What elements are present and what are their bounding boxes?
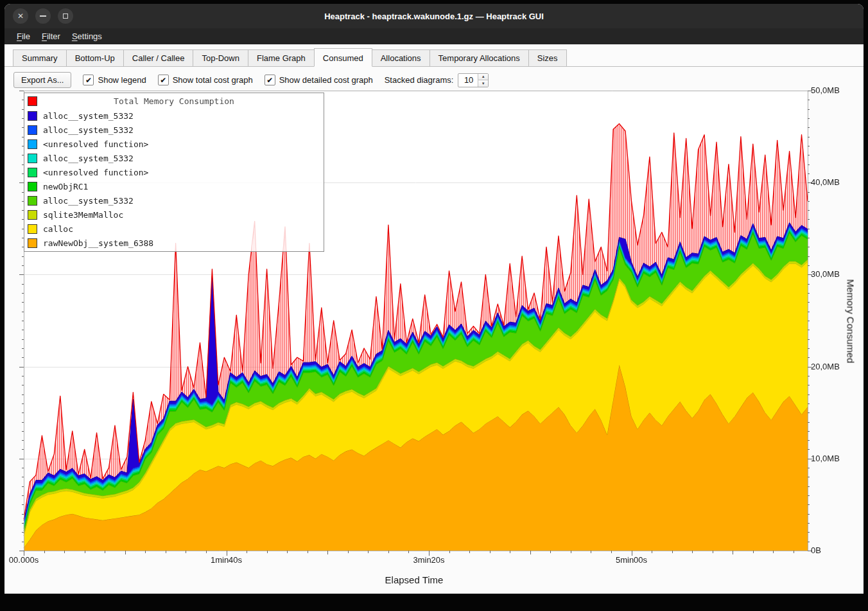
- legend-entry: alloc__system_5332: [24, 151, 324, 165]
- legend-label: alloc__system_5332: [43, 154, 134, 163]
- close-button[interactable]: ✕: [13, 8, 28, 24]
- y-axis-tick-label: 40,0MB: [811, 177, 840, 187]
- legend-entry: alloc__system_5332: [24, 193, 324, 208]
- tab-sizes[interactable]: Sizes: [528, 49, 567, 67]
- legend-entry: alloc__system_5332: [24, 123, 324, 137]
- legend-swatch: [28, 238, 37, 248]
- y-axis-tick-label: 50,0MB: [811, 85, 840, 95]
- spin-up-button[interactable]: ▲: [478, 74, 488, 80]
- legend-swatch: [28, 182, 37, 191]
- legend-title: Total Memory Consumption: [24, 96, 324, 106]
- legend-label: alloc__system_5332: [43, 125, 134, 135]
- legend-swatch: [28, 196, 37, 206]
- tab-temporary-allocations[interactable]: Temporary Allocations: [430, 49, 529, 67]
- menu-filter[interactable]: Filter: [36, 30, 66, 43]
- x-axis-tick-label: 1min40s: [211, 555, 242, 565]
- legend-label: rawNewObj__system_6388: [43, 238, 153, 248]
- menu-file[interactable]: File: [11, 30, 36, 43]
- legend-label: <unresolved function>: [43, 139, 148, 149]
- minimize-button[interactable]: [35, 8, 51, 24]
- x-axis-tick-label: 00.000s: [9, 555, 39, 565]
- legend-swatch: [28, 168, 37, 177]
- y-axis-tick-label: 30,0MB: [811, 269, 840, 279]
- legend-label: calloc: [43, 224, 73, 234]
- x-axis-tick-label: 5min00s: [616, 555, 647, 565]
- legend-swatch: [28, 224, 37, 234]
- tab-allocations[interactable]: Allocations: [372, 49, 430, 67]
- legend-entry: alloc__system_5332: [24, 109, 324, 123]
- tab-flame-graph[interactable]: Flame Graph: [248, 49, 315, 67]
- tab-top-down[interactable]: Top-Down: [193, 49, 248, 67]
- window-title: Heaptrack - heaptrack.wakunode.1.gz — He…: [324, 12, 544, 21]
- tab-bottom-up[interactable]: Bottom-Up: [66, 49, 124, 67]
- y-axis-tick-label: 0B: [811, 545, 821, 555]
- menu-bar: FileFilterSettings: [4, 28, 864, 44]
- legend-swatch: [28, 154, 37, 163]
- legend-entry: sqlite3MemMalloc: [24, 208, 324, 222]
- legend-swatch: [28, 210, 37, 220]
- legend-entry: <unresolved function>: [24, 137, 324, 151]
- legend-label: alloc__system_5332: [43, 111, 134, 121]
- legend-label: <unresolved function>: [43, 168, 148, 177]
- legend-swatch: [28, 111, 37, 121]
- maximize-icon: [63, 13, 68, 19]
- chart-legend: Total Memory Consumptionalloc__system_53…: [24, 93, 324, 252]
- legend-entry: <unresolved function>: [24, 165, 324, 179]
- legend-entry: newObjRC1: [24, 179, 324, 193]
- y-axis-title: Memory Consumed: [846, 279, 856, 364]
- menu-settings[interactable]: Settings: [66, 30, 108, 43]
- x-axis-tick-label: 3min20s: [413, 555, 444, 565]
- close-icon: ✕: [17, 12, 24, 20]
- legend-entry: calloc: [24, 222, 324, 236]
- legend-swatch: [28, 125, 37, 135]
- tab-summary[interactable]: Summary: [13, 49, 67, 67]
- legend-swatch: [28, 139, 37, 149]
- y-axis-tick-label: 10,0MB: [811, 454, 840, 463]
- legend-entry: rawNewObj__system_6388: [24, 236, 324, 250]
- legend-label: alloc__system_5332: [43, 196, 134, 206]
- y-axis-tick-label: 20,0MB: [811, 362, 840, 371]
- minimize-icon: [40, 15, 46, 17]
- title-bar: ✕ Heaptrack - heaptrack.wakunode.1.gz — …: [4, 4, 864, 28]
- tab-consumed[interactable]: Consumed: [314, 48, 372, 67]
- window-controls: ✕: [13, 8, 73, 24]
- tab-bar: SummaryBottom-UpCaller / CalleeTop-DownF…: [4, 44, 864, 67]
- legend-label: sqlite3MemMalloc: [43, 210, 123, 220]
- tab-caller-callee[interactable]: Caller / Callee: [123, 49, 194, 67]
- legend-title-row: Total Memory Consumption: [24, 94, 324, 109]
- x-axis-title: Elapsed Time: [385, 574, 444, 585]
- maximize-button[interactable]: [58, 8, 73, 24]
- legend-label: newObjRC1: [43, 182, 88, 191]
